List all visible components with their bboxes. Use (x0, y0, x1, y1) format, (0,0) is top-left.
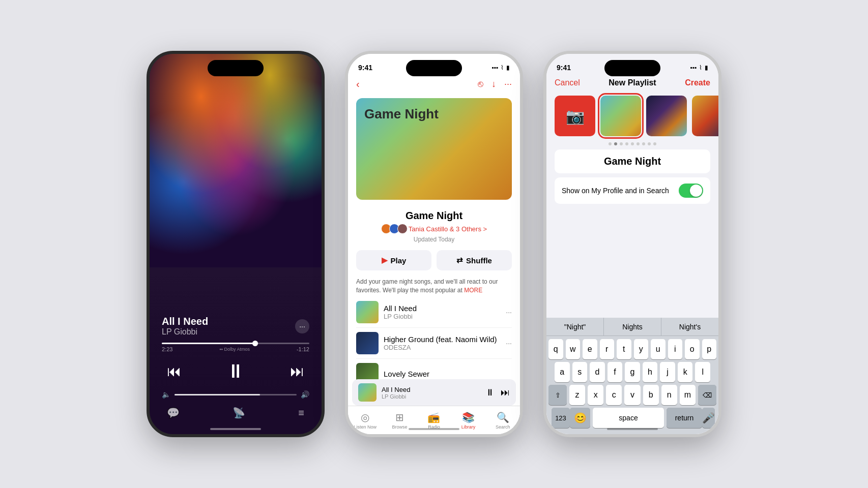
suggestion-1[interactable]: "Night" (546, 318, 604, 336)
track-info: All I Need LP Giobbi ··· (162, 316, 309, 337)
key-e[interactable]: e (583, 339, 597, 359)
key-r[interactable]: r (600, 339, 615, 359)
playlist-name-field[interactable]: Game Night (555, 149, 710, 173)
phone-playlist: 9:41 ▪▪▪ ⌇ ▮ ‹ ⎋ ↓ ··· Game Night Game N… (345, 51, 523, 437)
more-icon[interactable]: ··· (504, 79, 512, 89)
download-icon[interactable]: ↓ (491, 79, 496, 89)
key-b[interactable]: b (643, 385, 659, 405)
volume-bar[interactable]: 🔈 🔊 (162, 390, 309, 399)
tab-library-label: Library (461, 424, 476, 430)
show-profile-toggle[interactable] (679, 184, 703, 198)
key-x[interactable]: x (588, 385, 603, 405)
key-n[interactable]: n (661, 385, 677, 405)
tab-listen-now-label: Listen Now (354, 424, 377, 430)
key-y[interactable]: y (634, 339, 649, 359)
numbers-key[interactable]: 123 (552, 408, 570, 428)
key-m[interactable]: m (680, 385, 696, 405)
track-more-button[interactable]: ··· (295, 319, 309, 333)
mini-forward-button[interactable]: ⏭ (501, 387, 510, 398)
play-button[interactable]: ▶ Play (356, 250, 431, 270)
key-p[interactable]: p (702, 339, 717, 359)
suggestion-2[interactable]: Nights (604, 318, 661, 336)
mini-player[interactable]: All I Need LP Giobbi ⏸ ⏭ (352, 379, 516, 406)
action-buttons: ▶ Play ⇄ Shuffle (348, 245, 520, 276)
key-v[interactable]: v (624, 385, 640, 405)
volume-fill (175, 394, 260, 395)
shift-key[interactable]: ⇧ (548, 385, 567, 405)
cancel-button[interactable]: Cancel (555, 78, 580, 87)
key-s[interactable]: s (572, 362, 588, 382)
status-icons-3: ▪▪▪ ⌇ ▮ (690, 64, 708, 71)
key-t[interactable]: t (617, 339, 631, 359)
key-g[interactable]: g (625, 362, 640, 382)
nav-action-icons: ⎋ ↓ ··· (478, 79, 512, 89)
delete-key[interactable]: ⌫ (698, 385, 716, 405)
key-c[interactable]: c (606, 385, 622, 405)
key-q[interactable]: q (548, 339, 563, 359)
return-key[interactable]: return (667, 408, 702, 428)
cover-option-3[interactable] (692, 96, 718, 136)
key-z[interactable]: z (569, 385, 585, 405)
key-u[interactable]: u (651, 339, 666, 359)
key-l[interactable]: l (695, 362, 710, 382)
create-button[interactable]: Create (685, 78, 710, 87)
key-h[interactable]: h (643, 362, 658, 382)
tab-search[interactable]: 🔍 Search (485, 406, 520, 434)
emoji-key[interactable]: 😊 (570, 408, 590, 428)
song-more-2[interactable]: ··· (506, 339, 512, 347)
back-button[interactable]: ‹ (356, 78, 360, 90)
song-item-2[interactable]: Higher Ground (feat. Naomi Wild) ODESZA … (356, 328, 512, 359)
queue-button[interactable]: ≡ (298, 407, 304, 419)
fast-forward-button[interactable]: ⏭ (290, 363, 304, 380)
playlist-art-title: Game Night (364, 106, 439, 122)
shuffle-button[interactable]: ⇄ Shuffle (437, 250, 512, 270)
lyrics-button[interactable]: 💬 (167, 407, 180, 419)
share-icon[interactable]: ⎋ (478, 79, 483, 89)
keyboard: "Night" Nights Night's q w e r t y u i o… (546, 318, 718, 434)
volume-low-icon: 🔈 (162, 390, 170, 399)
tab-search-label: Search (496, 424, 510, 430)
tab-browse-label: Browse (392, 424, 407, 430)
dot-1 (609, 142, 612, 145)
bottom-controls: 💬 📡 ≡ (162, 407, 309, 419)
camera-button[interactable]: 📷 (555, 96, 595, 136)
rewind-button[interactable]: ⏮ (167, 363, 181, 380)
key-f[interactable]: f (607, 362, 623, 382)
key-k[interactable]: k (678, 362, 693, 382)
dot-indicators (546, 142, 718, 145)
mini-player-artist: LP Giobbi (382, 393, 480, 400)
phone-new-playlist: 9:41 ▪▪▪ ⌇ ▮ Cancel New Playlist Create … (543, 51, 721, 437)
key-i[interactable]: i (668, 339, 683, 359)
pause-button[interactable]: ⏸ (226, 360, 245, 382)
cover-option-1[interactable] (600, 96, 641, 136)
key-o[interactable]: o (685, 339, 700, 359)
tab-listen-now[interactable]: ◎ Listen Now (348, 406, 383, 434)
suggestion-3[interactable]: Night's (661, 318, 718, 336)
key-j[interactable]: j (660, 362, 675, 382)
microphone-key[interactable]: 🎤 (702, 408, 715, 428)
airplay-button[interactable]: 📡 (233, 407, 245, 419)
song-info-3: Lovely Sewer (384, 370, 512, 378)
signal-icon-3: ▪▪▪ (690, 64, 697, 71)
phone-now-playing: 9:41 ▪▪▪ ⌇ ▮ All I Need LP Giobbi ··· (147, 51, 325, 437)
home-indicator-3 (607, 428, 658, 430)
volume-high-icon: 🔊 (301, 390, 309, 399)
cover-option-2[interactable] (646, 96, 687, 136)
playlist-title: Game Night (356, 210, 512, 222)
key-a[interactable]: a (555, 362, 570, 382)
dot-2 (614, 142, 617, 145)
key-w[interactable]: w (566, 339, 581, 359)
progress-container[interactable]: 2:23 ▪▪ Dolby Atmos -1:12 (162, 343, 309, 352)
key-d[interactable]: d (590, 362, 605, 382)
song-more-1[interactable]: ··· (506, 308, 512, 316)
more-link[interactable]: MORE (464, 287, 482, 294)
song-artist-2: ODESZA (384, 344, 501, 351)
now-playing-screen: 9:41 ▪▪▪ ⌇ ▮ All I Need LP Giobbi ··· (150, 54, 322, 434)
mini-pause-button[interactable]: ⏸ (485, 387, 495, 398)
collaborators-text[interactable]: Tania Castillo & 3 Others > (409, 225, 487, 233)
space-key[interactable]: space (593, 408, 664, 428)
song-item-1[interactable]: All I Need LP Giobbi ··· (356, 297, 512, 328)
home-indicator-2 (409, 428, 459, 430)
song-thumb-2 (356, 332, 379, 354)
listen-now-icon: ◎ (361, 411, 369, 423)
